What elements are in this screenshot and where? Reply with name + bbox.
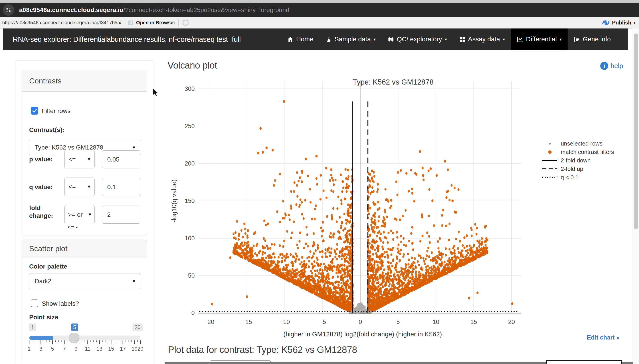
fold-change-input[interactable]: 2 [102, 206, 140, 224]
q-value-input[interactable]: 0.1 [102, 178, 140, 196]
p-value-op-select[interactable]: <= ▼ [64, 150, 94, 168]
tab-url[interactable]: a08c9546a.connect.cloud.seqera.io/?conne… [19, 6, 289, 14]
chevron-down-icon: ▼ [87, 157, 91, 162]
svg-text:9: 9 [74, 346, 78, 352]
svg-text:15: 15 [108, 346, 114, 352]
chevron-down-icon: ▼ [87, 184, 91, 189]
legend-item-unselected-rows[interactable]: unselected rows [540, 139, 614, 148]
check-icon [32, 108, 37, 114]
q-value-value: 0.1 [102, 184, 116, 191]
publish-caret-icon: ▾ [634, 20, 636, 25]
binoculars-icon [388, 36, 394, 43]
address-url[interactable]: https://a08c9546a.connect.cloud.seqera.i… [2, 20, 122, 26]
legend-label: 2-fold down [561, 157, 590, 164]
svg-text:−20: −20 [204, 318, 214, 325]
svg-text:−15: −15 [242, 318, 252, 325]
nav-item-home[interactable]: Home [281, 28, 319, 50]
table-icon [459, 36, 466, 43]
app-navbar: RNA-seq explorer: Differentialabundance … [3, 28, 628, 50]
show-labels-checkbox[interactable] [31, 300, 38, 307]
nav-item-assay-data[interactable]: Assay data▾ [453, 28, 511, 50]
nav-item-label: Home [296, 36, 313, 43]
svg-text:100: 100 [185, 235, 195, 242]
svg-text:3: 3 [40, 346, 42, 352]
fold-change-label: fold change: [29, 204, 56, 220]
toolbar-divider-2 [178, 19, 179, 26]
svg-text:10: 10 [432, 318, 439, 325]
refresh-icon[interactable] [182, 19, 189, 26]
filter-rows-checkbox[interactable] [31, 107, 38, 114]
legend-marker [540, 176, 559, 178]
svg-text:200: 200 [185, 160, 195, 167]
p-value-input[interactable]: 0.05 [102, 150, 140, 168]
chevron-down-icon: ▾ [503, 37, 505, 42]
scatter-points [211, 100, 513, 314]
svg-text:300: 300 [185, 86, 195, 92]
legend-marker [540, 168, 559, 170]
mouse-cursor [153, 88, 162, 98]
chevron-down-icon: ▾ [445, 37, 447, 42]
q-value-op-select[interactable]: <= ▼ [64, 178, 94, 196]
legend-label: 2-fold up [561, 166, 583, 172]
svg-text:7: 7 [63, 346, 66, 352]
legend-item-match-contrast-filters[interactable]: match contrast filters [540, 148, 614, 156]
chevron-down-icon: ▼ [132, 279, 136, 284]
nav-item-label: QC/ exploratory [397, 36, 442, 43]
svg-text:-log10(q value): -log10(q value) [170, 179, 178, 222]
help-label: help [610, 62, 623, 70]
nav-item-differential[interactable]: Differential▾ [511, 28, 568, 50]
fold-change-op-select[interactable]: >= or ▼ [64, 205, 94, 224]
nav-item-gene-info[interactable]: Gene info [568, 28, 617, 50]
chevron-down-icon: ▾ [560, 37, 562, 42]
contrasts-panel: Contrasts Filter rows Contrast(s): Type:… [22, 70, 147, 236]
legend-item-2-fold-down[interactable]: 2-fold down [540, 156, 614, 165]
tab-overview-icon[interactable] [3, 4, 14, 16]
open-in-browser-label: Open in Browser [136, 20, 175, 26]
publish-button[interactable]: Publish ▾ [602, 17, 636, 28]
legend-marker [540, 142, 559, 144]
plot-legend: unselected rowsmatch contrast filters2-f… [540, 139, 614, 182]
nav-item-label: Differential [526, 36, 557, 43]
show-labels-label[interactable]: Show labels? [42, 300, 79, 307]
slider-value-badge: 5 [71, 324, 78, 331]
open-in-browser-button[interactable]: Open in Browser [128, 20, 175, 26]
slider-min-badge: 1 [29, 324, 36, 331]
legend-label: q < 0.1 [561, 174, 578, 181]
slider-ruler: 13579111315171920 [27, 340, 145, 358]
p-value-op: <= [64, 156, 76, 163]
page-scrollbar[interactable] [633, 28, 639, 364]
svg-text:250: 250 [185, 123, 195, 130]
nav-item-qc-exploratory[interactable]: QC/ exploratory▾ [382, 28, 453, 50]
publish-label: Publish [612, 20, 632, 26]
q-value-label: q value: [29, 184, 53, 191]
table-search-box[interactable] [546, 360, 622, 364]
svg-text:−5: −5 [319, 318, 326, 325]
legend-marker [540, 150, 559, 154]
svg-text:−10: −10 [280, 318, 290, 325]
legend-item-q-0-1[interactable]: q < 0.1 [540, 173, 614, 182]
tab-url-host: a08c9546a.connect.cloud.seqera.io [19, 6, 123, 13]
svg-text:(higher in GM12878) log2(fold: (higher in GM12878) log2(fold change) (h… [284, 331, 442, 338]
list-icon [574, 36, 580, 43]
point-size-label: Point size [29, 314, 58, 321]
help-link[interactable]: i help [600, 62, 623, 70]
legend-item-2-fold-up[interactable]: 2-fold up [540, 165, 614, 173]
scatter-plot-panel: Scatter plot Color palette Dark2 ▼ Show … [22, 240, 147, 364]
point-size-slider-track[interactable] [29, 336, 140, 340]
volcano-plot[interactable]: 050100150200250300−20−15−10−505101520Typ… [170, 74, 539, 345]
nav-item-label: Assay data [468, 36, 500, 43]
page-title: Volcano plot [168, 60, 217, 71]
edit-chart-link[interactable]: Edit chart » [587, 334, 620, 341]
window-top-strip [0, 0, 639, 3]
home-icon [287, 36, 294, 43]
nav-items: HomeSample data▾QC/ exploratory▾Assay da… [281, 28, 617, 50]
svg-text:150: 150 [185, 198, 195, 204]
scrollbar-thumb[interactable] [634, 33, 638, 229]
color-palette-select[interactable]: Dark2 ▼ [29, 273, 141, 289]
svg-text:1: 1 [28, 346, 30, 352]
nav-item-sample-data[interactable]: Sample data▾ [320, 28, 382, 50]
plot-data-heading: Plot data for contrast: Type: K562 vs GM… [168, 344, 357, 355]
tab-url-params: /?connect-exch-token=ab25pu2ose&view=shi… [123, 6, 289, 13]
open-in-new-icon [128, 20, 134, 26]
filter-rows-label[interactable]: Filter rows [42, 108, 70, 114]
